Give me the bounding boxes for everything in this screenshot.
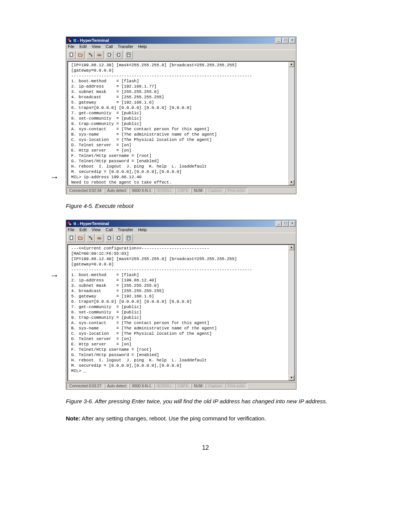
send-icon[interactable]: [105, 234, 114, 242]
dial-icon[interactable]: [86, 234, 95, 242]
pointer-arrow-2: →: [50, 271, 59, 280]
svg-rect-9: [69, 224, 71, 225]
status-connected: Connected 0:03:27: [67, 383, 104, 389]
receive-icon[interactable]: [114, 51, 123, 59]
svg-rect-4: [118, 53, 120, 56]
svg-rect-2: [70, 53, 73, 56]
statusbar: Connected 0:03:27 Auto detect 9600 8-N-1…: [66, 382, 296, 389]
status-printecho: Print echo: [225, 188, 247, 193]
menu-view[interactable]: View: [92, 227, 101, 232]
toolbar: [66, 50, 296, 60]
menu-file[interactable]: File: [68, 44, 75, 49]
caption-4-5: Figure 4-5. Execute reboot: [66, 203, 345, 209]
status-autodetect: Auto detect: [105, 188, 129, 193]
svg-rect-3: [108, 53, 110, 56]
app-icon: [67, 221, 72, 226]
terminal-output-2[interactable]: ---<<Current configuration>>------------…: [67, 244, 295, 381]
note-text: Note: After any setting changes, reboot.…: [66, 415, 345, 422]
scrollbar[interactable]: ▲▼: [288, 62, 294, 185]
app-icon: [67, 38, 72, 43]
hyperterminal-window-2: tt - HyperTerminal _ □ × File Edit View …: [66, 220, 296, 390]
properties-icon[interactable]: [124, 51, 133, 59]
new-file-icon[interactable]: [67, 51, 76, 59]
status-capture: Capture: [206, 383, 225, 389]
svg-rect-10: [70, 236, 73, 240]
scroll-up-icon[interactable]: ▲: [289, 62, 294, 67]
titlebar[interactable]: tt - HyperTerminal _ □ ×: [66, 37, 296, 44]
menu-edit[interactable]: Edit: [80, 227, 87, 232]
window-title: tt - HyperTerminal: [73, 221, 276, 226]
new-file-icon[interactable]: [67, 234, 76, 242]
svg-rect-11: [108, 236, 110, 240]
receive-icon[interactable]: [114, 234, 123, 242]
menu-call[interactable]: Call: [106, 227, 113, 232]
status-printecho: Print echo: [225, 383, 247, 389]
open-folder-icon[interactable]: [76, 51, 84, 59]
hangup-icon[interactable]: [95, 234, 104, 242]
caption-3-6: Figure 3-6. After pressing Enter twice, …: [66, 398, 345, 404]
hangup-icon[interactable]: [95, 51, 104, 59]
properties-icon[interactable]: [124, 234, 133, 242]
menu-transfer[interactable]: Transfer: [118, 227, 133, 232]
menu-file[interactable]: File: [68, 227, 75, 232]
scroll-down-icon[interactable]: ▼: [289, 375, 294, 380]
terminal-output-1[interactable]: [IP=199.86.12.39] [mask=255.255.255.0] […: [67, 61, 295, 186]
svg-rect-1: [69, 40, 71, 42]
window-title: tt - HyperTerminal: [73, 38, 276, 43]
maximize-button[interactable]: □: [282, 221, 288, 227]
page-number: 12: [66, 444, 345, 451]
scroll-up-icon[interactable]: ▲: [289, 245, 294, 250]
maximize-button[interactable]: □: [282, 38, 288, 43]
statusbar: Connected 0:02:34 Auto detect 9600 8-N-1…: [66, 187, 296, 194]
terminal-text: ---<<Current configuration>>------------…: [71, 246, 252, 373]
pointer-arrow-1: →: [50, 173, 59, 182]
menu-help[interactable]: Help: [138, 227, 147, 232]
svg-rect-12: [118, 236, 120, 240]
menu-view[interactable]: View: [92, 44, 101, 49]
minimize-button[interactable]: _: [276, 221, 282, 227]
open-folder-icon[interactable]: [76, 234, 84, 242]
hyperterminal-window-1: tt - HyperTerminal _ □ × File Edit View …: [66, 37, 296, 194]
figure-4-5: → tt - HyperTerminal _ □ × File Edit Vie…: [66, 37, 345, 194]
scroll-down-icon[interactable]: ▼: [289, 180, 294, 185]
toolbar: [66, 233, 296, 243]
scrollbar[interactable]: ▲▼: [288, 245, 294, 380]
status-autodetect: Auto detect: [105, 383, 129, 389]
menu-help[interactable]: Help: [138, 44, 147, 49]
status-encoding: 9600 8-N-1: [129, 383, 154, 389]
menu-transfer[interactable]: Transfer: [118, 44, 133, 49]
status-caps: CAPS: [175, 188, 191, 193]
titlebar[interactable]: tt - HyperTerminal _ □ ×: [66, 220, 296, 227]
close-button[interactable]: ×: [289, 221, 295, 227]
status-num: NUM: [191, 383, 205, 389]
menubar[interactable]: File Edit View Call Transfer Help: [66, 227, 296, 233]
note-body: After any setting changes, reboot. Use t…: [80, 415, 266, 422]
menu-edit[interactable]: Edit: [80, 44, 87, 49]
note-label: Note:: [66, 415, 80, 422]
status-scroll: SCROLL: [154, 383, 175, 389]
close-button[interactable]: ×: [289, 38, 295, 43]
terminal-text: [IP=199.86.12.39] [mask=255.255.255.0] […: [71, 63, 252, 186]
status-num: NUM: [191, 188, 205, 193]
status-encoding: 9600 8-N-1: [129, 188, 154, 193]
status-scroll: SCROLL: [154, 188, 175, 193]
menu-call[interactable]: Call: [106, 44, 113, 49]
figure-3-6: → tt - HyperTerminal _ □ × File Edit Vie…: [66, 220, 345, 390]
status-connected: Connected 0:02:34: [67, 188, 104, 193]
status-caps: CAPS: [175, 383, 191, 389]
dial-icon[interactable]: [86, 51, 95, 59]
minimize-button[interactable]: _: [276, 38, 282, 43]
status-capture: Capture: [206, 188, 225, 193]
menubar[interactable]: File Edit View Call Transfer Help: [66, 44, 296, 50]
send-icon[interactable]: [105, 51, 114, 59]
